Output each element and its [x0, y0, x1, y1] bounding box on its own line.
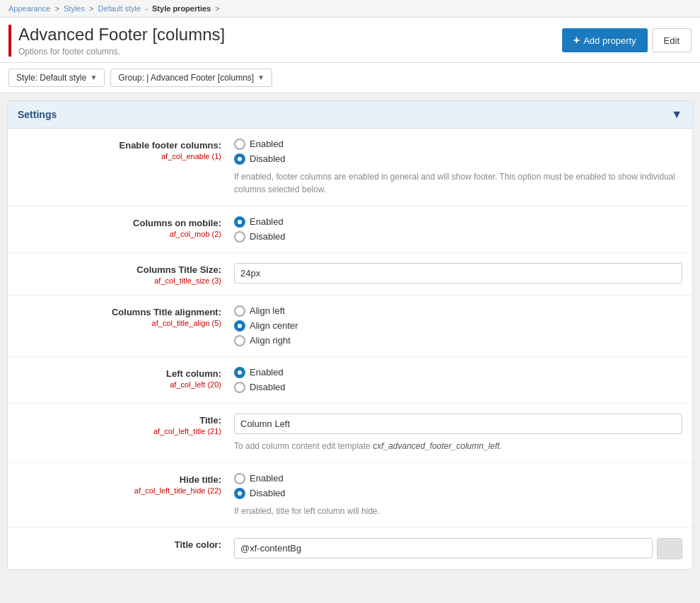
row-label: Hide title:af_col_left_title_hide (22): [8, 473, 234, 517]
row-label: Columns Title Size:af_col_title_size (3): [8, 263, 234, 285]
row-content: EnabledDisabledIf enabled, title for lef…: [234, 473, 692, 517]
radio-label: Disabled: [250, 488, 286, 498]
settings-row: Columns Title alignment:af_col_title_ali…: [8, 295, 692, 357]
color-row: [234, 538, 682, 559]
style-dropdown-arrow: ▼: [90, 74, 97, 81]
settings-row: Title:af_col_left_title (21)To add colum…: [8, 404, 692, 463]
style-dropdown[interactable]: Style: Default style ▼: [8, 69, 105, 87]
page-header: Advanced Footer [columns] Options for fo…: [0, 18, 700, 63]
radio-unchecked-icon: [234, 335, 245, 346]
settings-rows: Enable footer columns:af_col_enable (1)E…: [8, 129, 692, 569]
radio-option[interactable]: Align center: [234, 320, 682, 332]
text-input[interactable]: [234, 414, 682, 434]
radio-option[interactable]: Align left: [234, 305, 682, 317]
radio-label: Align center: [250, 320, 298, 331]
row-label-sub: af_col_mob (2): [8, 230, 221, 238]
radio-checked-icon: [234, 488, 245, 499]
row-content: EnabledDisabled: [234, 216, 692, 242]
settings-header: Settings ▼: [8, 101, 692, 129]
breadcrumb-styles[interactable]: Styles: [64, 4, 85, 13]
breadcrumb: Appearance > Styles > Default style - St…: [0, 0, 700, 18]
row-label-sub: af_col_left_title_hide (22): [8, 486, 221, 495]
color-input[interactable]: [234, 538, 653, 558]
radio-unchecked-icon: [234, 139, 245, 150]
radio-option[interactable]: Disabled: [234, 382, 682, 393]
breadcrumb-appearance[interactable]: Appearance: [8, 4, 50, 13]
row-label: Columns Title alignment:af_col_title_ali…: [8, 305, 234, 346]
radio-option[interactable]: Enabled: [234, 216, 682, 228]
row-label: Title:af_col_left_title (21): [8, 414, 234, 452]
radio-label: Enabled: [250, 216, 284, 227]
radio-label: Align left: [250, 305, 285, 316]
radio-unchecked-icon: [234, 305, 245, 317]
row-content: [234, 538, 692, 559]
toolbar: Style: Default style ▼ Group: | Advanced…: [0, 63, 700, 93]
row-label-main: Enable footer columns:: [8, 140, 221, 151]
radio-checked-icon: [234, 216, 245, 228]
settings-row: Columns Title Size:af_col_title_size (3): [8, 253, 692, 295]
color-swatch[interactable]: [657, 538, 682, 559]
row-label-sub: af_col_title_align (5): [8, 319, 221, 327]
plus-icon: +: [573, 34, 580, 47]
radio-option[interactable]: Enabled: [234, 139, 682, 150]
group-dropdown[interactable]: Group: | Advanced Footer [columns] ▼: [110, 69, 272, 87]
group-dropdown-arrow: ▼: [257, 74, 264, 81]
settings-row: Columns on mobile:af_col_mob (2)EnabledD…: [8, 206, 692, 253]
radio-checked-icon: [234, 367, 245, 378]
row-label-main: Title color:: [8, 539, 221, 550]
add-property-button[interactable]: + Add property: [562, 28, 648, 52]
row-content: [234, 263, 692, 285]
help-text: If enabled, footer columns are enabled i…: [234, 170, 682, 196]
row-label-main: Columns Title Size:: [8, 264, 221, 275]
radio-unchecked-icon: [234, 231, 245, 242]
radio-label: Disabled: [250, 231, 286, 242]
row-content: To add column content edit template cxf_…: [234, 414, 692, 452]
radio-option[interactable]: Enabled: [234, 367, 682, 378]
breadcrumb-default-style[interactable]: Default style: [98, 4, 141, 13]
help-text: If enabled, title for left column will h…: [234, 505, 682, 517]
radio-label: Enabled: [250, 139, 284, 149]
edit-button[interactable]: Edit: [652, 28, 692, 52]
radio-label: Disabled: [250, 382, 286, 392]
radio-unchecked-icon: [234, 382, 245, 393]
row-label: Enable footer columns:af_col_enable (1): [8, 139, 234, 196]
row-label: Title color:: [8, 538, 234, 559]
row-label-sub: af_col_left_title (21): [8, 427, 221, 435]
radio-unchecked-icon: [234, 473, 245, 484]
page-subtitle: Options for footer columns.: [18, 47, 225, 57]
row-label-main: Title:: [8, 415, 221, 426]
row-label-main: Left column:: [8, 368, 221, 379]
radio-option[interactable]: Disabled: [234, 488, 682, 499]
settings-chevron-icon[interactable]: ▼: [671, 108, 682, 121]
settings-label: Settings: [18, 109, 57, 120]
radio-checked-icon: [234, 153, 245, 165]
help-text: To add column content edit template cxf_…: [234, 440, 682, 452]
row-label-sub: af_col_left (20): [8, 380, 221, 389]
radio-label: Enabled: [250, 473, 284, 484]
radio-option[interactable]: Enabled: [234, 473, 682, 484]
radio-checked-icon: [234, 320, 245, 332]
row-label-main: Hide title:: [8, 474, 221, 485]
row-label-main: Columns on mobile:: [8, 218, 221, 228]
help-italic: cxf_advanced_footer_column_left: [373, 441, 499, 451]
settings-panel: Settings ▼ Enable footer columns:af_col_…: [7, 100, 693, 570]
radio-option[interactable]: Disabled: [234, 231, 682, 242]
radio-label: Enabled: [250, 367, 284, 377]
breadcrumb-style-properties: Style properties: [152, 4, 211, 13]
radio-label: Disabled: [250, 153, 286, 164]
radio-option[interactable]: Disabled: [234, 153, 682, 165]
page-title: Advanced Footer [columns]: [18, 25, 225, 45]
settings-row: Title color:: [8, 528, 692, 569]
radio-option[interactable]: Align right: [234, 335, 682, 346]
row-label: Columns on mobile:af_col_mob (2): [8, 216, 234, 242]
row-content: Align leftAlign centerAlign right: [234, 305, 692, 346]
row-label: Left column:af_col_left (20): [8, 367, 234, 393]
settings-row: Hide title:af_col_left_title_hide (22)En…: [8, 463, 692, 528]
row-label-sub: af_col_title_size (3): [8, 276, 221, 285]
settings-row: Enable footer columns:af_col_enable (1)E…: [8, 129, 692, 206]
row-content: EnabledDisabled: [234, 367, 692, 393]
settings-row: Left column:af_col_left (20)EnabledDisab…: [8, 357, 692, 404]
row-label-sub: af_col_enable (1): [8, 152, 221, 160]
row-content: EnabledDisabledIf enabled, footer column…: [234, 139, 692, 196]
text-input[interactable]: [234, 263, 682, 283]
